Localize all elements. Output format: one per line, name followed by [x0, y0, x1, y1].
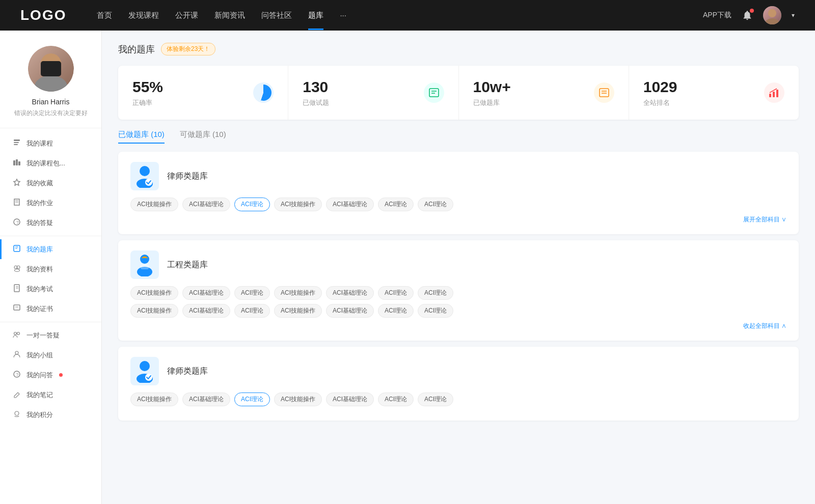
svg-point-21: [15, 269, 20, 272]
tab-done-banks[interactable]: 已做题库 (10): [118, 130, 165, 144]
svg-rect-9: [16, 159, 18, 165]
qbank-name-lawyer-2: 律师类题库: [167, 357, 208, 385]
qbank-card-lawyer-2: 律师类题库 ACI技能操作 ACI基础理论 ACI理论 ACI技能操作 ACI基…: [118, 347, 799, 421]
eng-tag-r2-1[interactable]: ACI基础理论: [182, 304, 230, 318]
eng-tag-r1-6[interactable]: ACI理论: [418, 286, 453, 300]
sidebar-item-my-group[interactable]: 我的小组: [0, 345, 101, 365]
tabs-row: 已做题库 (10) 可做题库 (10): [118, 130, 799, 144]
app-download-button[interactable]: APP下载: [703, 11, 731, 20]
exam-icon: [12, 284, 21, 294]
stat-accuracy-label: 正确率: [132, 98, 245, 107]
sidebar-item-my-certificate[interactable]: 我的证书: [0, 299, 101, 319]
notification-bell[interactable]: [742, 10, 753, 21]
eng-tag-r1-0[interactable]: ACI技能操作: [130, 286, 178, 300]
svg-point-3: [35, 75, 67, 92]
notification-badge: [750, 9, 754, 13]
svg-point-45: [140, 255, 149, 264]
user-avatar[interactable]: [763, 6, 781, 24]
sidebar-item-my-exam[interactable]: 我的考试: [0, 279, 101, 299]
tag-1[interactable]: ACI基础理论: [182, 198, 230, 211]
eng-tag-r2-3[interactable]: ACI技能操作: [274, 304, 322, 318]
l2-tag-2-active[interactable]: ACI理论: [234, 393, 270, 406]
l2-tag-0[interactable]: ACI技能操作: [130, 393, 178, 406]
page-header: 我的题库 体验剩余23天！: [118, 43, 799, 55]
eng-tag-r2-5[interactable]: ACI理论: [378, 304, 414, 318]
sidebar-item-my-notes[interactable]: 我的笔记: [0, 385, 101, 405]
svg-rect-39: [769, 94, 771, 97]
sidebar-item-my-points[interactable]: 我的积分: [0, 405, 101, 425]
sidebar-item-homework[interactable]: 我的作业: [0, 193, 101, 213]
eng-tag-r1-1[interactable]: ACI基础理论: [182, 286, 230, 300]
sidebar-item-my-qa[interactable]: ? 我的答疑: [0, 213, 101, 233]
eng-tag-r1-3[interactable]: ACI技能操作: [274, 286, 322, 300]
group-icon: [12, 350, 21, 360]
stat-done-questions-label: 已做试题: [303, 98, 415, 107]
nav-news[interactable]: 新闻资讯: [214, 11, 245, 20]
tag-0[interactable]: ACI技能操作: [130, 198, 178, 211]
user-dropdown-arrow[interactable]: ▾: [792, 12, 795, 19]
one-on-one-icon: [12, 330, 21, 340]
svg-rect-7: [14, 144, 18, 145]
svg-point-32: [15, 411, 19, 415]
eng-tag-r2-4[interactable]: ACI基础理论: [326, 304, 374, 318]
main-content: 我的题库 体验剩余23天！ 55% 正确率 130 已做试题: [102, 31, 815, 504]
l2-tag-1[interactable]: ACI基础理论: [182, 393, 230, 406]
l2-tag-6[interactable]: ACI理论: [418, 393, 453, 406]
l2-tag-4[interactable]: ACI基础理论: [326, 393, 374, 406]
tab-available-banks[interactable]: 可做题库 (10): [180, 130, 226, 144]
svg-point-29: [15, 351, 18, 354]
questions-icon: ?: [12, 370, 21, 380]
stats-row: 55% 正确率 130 已做试题: [118, 66, 799, 120]
eng-tag-r1-4[interactable]: ACI基础理论: [326, 286, 374, 300]
stat-done-banks: 10w+ 已做题库: [459, 66, 629, 120]
data-icon: [12, 264, 21, 274]
l2-tag-3[interactable]: ACI技能操作: [274, 393, 322, 406]
eng-tag-r2-0[interactable]: ACI技能操作: [130, 304, 178, 318]
navbar-right: APP下载 ▾: [703, 6, 795, 24]
stat-accuracy-value: 55%: [132, 78, 245, 96]
eng-tag-r1-5[interactable]: ACI理论: [378, 286, 414, 300]
nav-qa[interactable]: 问答社区: [261, 11, 292, 20]
tag-4[interactable]: ACI基础理论: [326, 198, 374, 211]
sidebar-item-my-question-bank[interactable]: 我的题库: [0, 239, 101, 259]
collapse-link-engineer[interactable]: 收起全部科目 ∧: [130, 322, 786, 330]
svg-rect-33: [429, 89, 439, 97]
points-icon: [12, 410, 21, 419]
tag-5[interactable]: ACI理论: [378, 198, 414, 211]
sidebar-item-one-on-one[interactable]: 一对一答疑: [0, 325, 101, 345]
sidebar-item-my-data[interactable]: 我的资料: [0, 259, 101, 279]
sidebar-item-my-questions[interactable]: ? 我的问答: [0, 365, 101, 385]
svg-point-48: [140, 361, 150, 371]
nav-question-bank[interactable]: 题库: [308, 11, 323, 20]
logo[interactable]: LOGO: [20, 7, 66, 23]
qbank-card-engineer: 工程类题库 ACI技能操作 ACI基础理论 ACI理论 ACI技能操作 ACI基…: [118, 240, 799, 341]
tag-2-active[interactable]: ACI理论: [234, 198, 270, 211]
stat-accuracy: 55% 正确率: [118, 66, 288, 120]
svg-point-28: [17, 332, 20, 335]
qbank-icon-lawyer-1: [130, 162, 159, 190]
sidebar-item-course-package[interactable]: 我的课程包...: [0, 153, 101, 173]
questions-badge: [59, 373, 63, 377]
svg-rect-5: [14, 139, 20, 141]
sidebar-item-favorites[interactable]: 我的收藏: [0, 173, 101, 193]
eng-tag-r2-6[interactable]: ACI理论: [418, 304, 453, 318]
sidebar: Brian Harris 错误的决定比没有决定要好 我的课程 我的课程包...: [0, 31, 102, 504]
tag-6[interactable]: ACI理论: [418, 198, 453, 211]
nav-home[interactable]: 首页: [97, 11, 112, 20]
svg-rect-10: [18, 161, 20, 165]
nav-open-course[interactable]: 公开课: [175, 11, 198, 20]
eng-tag-r2-2[interactable]: ACI理论: [234, 304, 270, 318]
eng-tag-r1-2[interactable]: ACI理论: [234, 286, 270, 300]
qbank-header-1: 律师类题库: [130, 162, 786, 190]
tag-3[interactable]: ACI技能操作: [274, 198, 322, 211]
expand-link-lawyer-1[interactable]: 展开全部科目 ∨: [130, 215, 786, 224]
nav-more[interactable]: ···: [340, 11, 346, 20]
l2-tag-5[interactable]: ACI理论: [378, 393, 414, 406]
sidebar-item-my-courses[interactable]: 我的课程: [0, 133, 101, 153]
svg-text:?: ?: [16, 220, 19, 225]
navbar: LOGO 首页 发现课程 公开课 新闻资讯 问答社区 题库 ··· APP下载 …: [0, 0, 815, 31]
stat-done-banks-label: 已做题库: [473, 98, 586, 107]
qbank-name-engineer: 工程类题库: [167, 250, 208, 279]
stat-done-questions-value: 130: [303, 78, 415, 96]
nav-discover[interactable]: 发现课程: [128, 11, 159, 20]
